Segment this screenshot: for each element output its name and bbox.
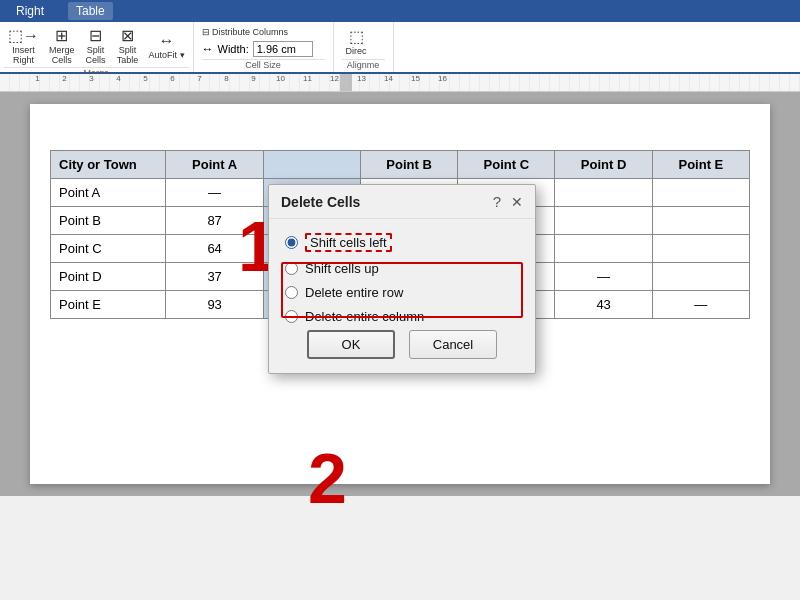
ruler-num: 2: [51, 74, 78, 83]
ruler-num: 15: [402, 74, 429, 83]
width-icon: ↔: [202, 42, 214, 56]
radio-option-delete-row[interactable]: Delete entire row: [285, 285, 519, 300]
radio-shift-left[interactable]: [285, 236, 298, 249]
dialog-body: Shift cells left Shift cells up Delete e…: [269, 219, 535, 334]
radio-shift-up[interactable]: [285, 262, 298, 275]
ruler-num: 6: [159, 74, 186, 83]
split-cells-button[interactable]: ⊟ SplitCells: [81, 24, 111, 67]
dialog-title: Delete Cells: [281, 194, 360, 210]
merge-group: ⬚→ InsertRight ⊞ MergeCells ⊟ SplitCells…: [0, 22, 194, 72]
delete-cells-dialog: Delete Cells ? ✕ Shift cells left: [268, 184, 536, 374]
document-area: City or Town Point A Point B Point C Poi…: [0, 92, 800, 496]
dialog-footer: OK Cancel: [269, 318, 535, 373]
split-table-button[interactable]: ⊠ SplitTable: [113, 24, 143, 67]
ruler-num: 8: [213, 74, 240, 83]
tab-right[interactable]: Right: [8, 2, 52, 20]
alignment-group: ⬚ Direc Alignme: [334, 22, 394, 72]
radio-delete-col[interactable]: [285, 310, 298, 323]
width-input[interactable]: [253, 41, 313, 57]
radio-delete-row[interactable]: [285, 286, 298, 299]
merge-cells-button[interactable]: ⊞ MergeCells: [45, 24, 79, 67]
ruler: 1 2 3 4 5 6 7 8 9 10 11 12 13 14 15 16: [0, 74, 800, 92]
dialog-help-icon[interactable]: ?: [493, 193, 501, 210]
insert-right-button[interactable]: ⬚→ InsertRight: [4, 24, 43, 67]
dialog-close-icon[interactable]: ✕: [511, 194, 523, 210]
ok-button[interactable]: OK: [307, 330, 395, 359]
ruler-num: 16: [429, 74, 456, 83]
ruler-num: 10: [267, 74, 294, 83]
ruler-num: 4: [105, 74, 132, 83]
width-label: Width:: [218, 43, 249, 55]
ruler-num: 3: [78, 74, 105, 83]
autofit-button[interactable]: ↔ AutoFit ▾: [145, 30, 189, 62]
cell-size-group: ⊟ Distribute Columns ↔ Width: Cell Size: [194, 22, 334, 72]
ruler-num: 7: [186, 74, 213, 83]
direct-button[interactable]: ⬚ Direc: [342, 25, 371, 58]
radio-delete-col-label: Delete entire column: [305, 309, 424, 324]
dialog-overlay: Delete Cells ? ✕ Shift cells left: [30, 104, 770, 484]
ruler-num: 11: [294, 74, 321, 83]
radio-shift-left-label: Shift cells left: [305, 233, 392, 252]
cell-size-label: Cell Size: [202, 59, 325, 70]
ruler-marker: [340, 74, 352, 92]
tab-table[interactable]: Table: [68, 2, 113, 20]
dialog-titlebar: Delete Cells ? ✕: [269, 185, 535, 219]
radio-shift-up-label: Shift cells up: [305, 261, 379, 276]
ruler-num: 1: [24, 74, 51, 83]
page: City or Town Point A Point B Point C Poi…: [30, 104, 770, 484]
cancel-button[interactable]: Cancel: [409, 330, 497, 359]
distribute-columns-button[interactable]: ⊟ Distribute Columns: [202, 27, 289, 37]
radio-delete-row-label: Delete entire row: [305, 285, 403, 300]
radio-option-shift-up[interactable]: Shift cells up: [285, 261, 519, 276]
ruler-num: 5: [132, 74, 159, 83]
radio-option-shift-left[interactable]: Shift cells left: [285, 233, 519, 252]
alignment-label: Alignme: [342, 59, 385, 70]
ruler-num: 14: [375, 74, 402, 83]
ruler-num: 13: [348, 74, 375, 83]
ruler-num: 9: [240, 74, 267, 83]
